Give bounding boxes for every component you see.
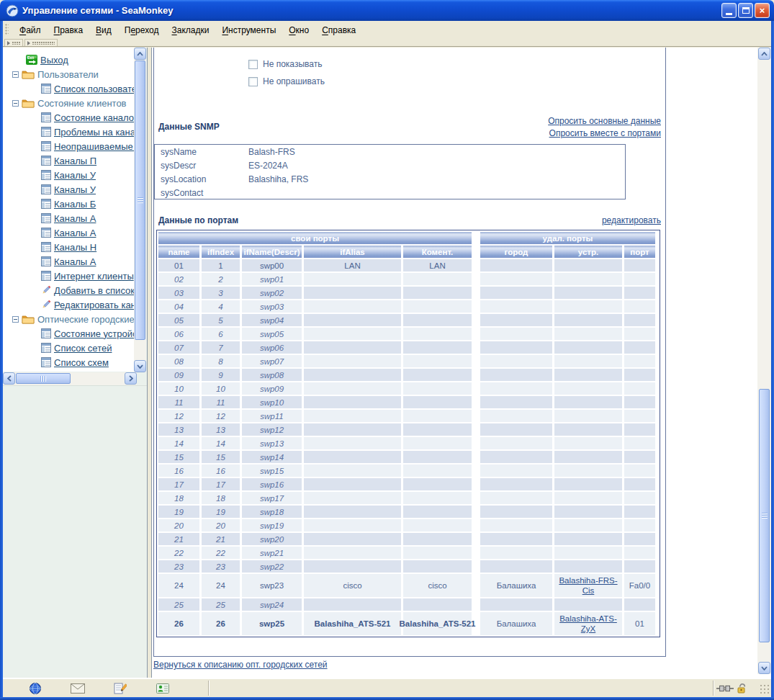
sidebar-horizontal-scrollbar[interactable] (3, 372, 137, 385)
tree-link-label[interactable]: Каналы А (54, 228, 96, 238)
security-lock-icon[interactable] (734, 681, 751, 696)
tree-folder-label[interactable]: Оптические городские с (37, 314, 134, 325)
tree-folder-label[interactable]: Пользователи (37, 69, 99, 80)
list-icon (41, 256, 51, 266)
tree-link-label[interactable]: Список сетей (54, 343, 112, 354)
tree-link-label[interactable]: Выход (40, 55, 68, 66)
tree-link-label[interactable]: Состояние устройст (54, 328, 134, 339)
cell-name: 24 (158, 574, 199, 597)
edit-ports-link[interactable]: редактировать (517, 215, 661, 225)
port-row-19: 1919swp18 (158, 506, 658, 518)
sidebar-item-состояние-клиентов: Состояние клиентов (3, 96, 127, 110)
scroll-down-button[interactable] (134, 360, 146, 372)
sidebar-item-состояние-каналов: Состояние каналов (3, 110, 134, 125)
tree-link-label[interactable]: Интернет клиенты (54, 271, 134, 282)
window-title: Управление сетями - SeaMonkey (22, 5, 173, 16)
cell- (554, 287, 622, 299)
cell-name: 06 (158, 328, 199, 340)
menu-Закладки[interactable]: Закладки (165, 23, 215, 37)
tree-link-label[interactable]: Редактировать кана (54, 300, 134, 310)
tree-folder-label[interactable]: Информационная сист (37, 372, 134, 372)
cell-ifindex: 3 (202, 287, 240, 299)
remote-device-link[interactable]: Balashiha-ATS-ZyX (556, 614, 621, 634)
snmp-field-row: sysContact (155, 188, 625, 202)
poll-basic-data-link[interactable]: Опросить основные данные (373, 116, 661, 126)
cell-ifnamedescr: swp12 (242, 423, 302, 436)
cell-ifnamedescr: swp15 (242, 465, 302, 477)
tree-link-label[interactable]: Каналы Б (54, 199, 96, 210)
minimize-button[interactable] (721, 3, 737, 18)
hide-checkbox[interactable] (248, 60, 258, 69)
menu-Файл[interactable]: Файл (13, 23, 48, 37)
cell-ifalias (304, 300, 401, 313)
sidebar-vertical-scrollbar[interactable] (134, 48, 146, 372)
close-button[interactable]: × (755, 3, 770, 18)
tree-link-label[interactable]: Каналы У (54, 184, 96, 195)
no-poll-checkbox[interactable] (248, 77, 258, 86)
remote-device-link[interactable]: Balashiha-FRS-Cis (556, 575, 621, 596)
menu-Окно[interactable]: Окно (282, 23, 315, 37)
menu-Переход[interactable]: Переход (118, 23, 166, 37)
cell- (554, 341, 622, 354)
tree-link-label[interactable]: Каналы А (54, 213, 96, 224)
cell- (624, 328, 655, 340)
port-row-26: 2626swp25Balashiha_ATS-521Balashiha_ATS-… (158, 612, 658, 635)
tree-link-label[interactable]: Проблемы на канал (54, 127, 134, 138)
menubar-grippy[interactable] (5, 24, 9, 35)
cell-name: 02 (158, 273, 199, 285)
snmp-field-row: sysLocationBalashiha, FRS (155, 174, 625, 188)
cell-name: 01 (158, 259, 199, 272)
cell- (403, 451, 472, 463)
poll-with-ports-link[interactable]: Опросить вместе с портами (373, 128, 661, 138)
scroll-right-button[interactable] (125, 372, 137, 385)
menu-Инструменты[interactable]: Инструменты (215, 23, 282, 37)
scroll-down-button[interactable] (758, 662, 770, 674)
tree-link-label[interactable]: Каналы А (54, 256, 96, 267)
checkbox-row: Не показывать (248, 59, 322, 69)
online-status-icon[interactable] (716, 681, 734, 696)
cell-name: 09 (158, 369, 199, 381)
menu-Справка[interactable]: Справка (315, 23, 362, 37)
tree-expander-icon[interactable] (12, 71, 19, 78)
window-resize-grip[interactable] (760, 684, 770, 694)
list-icon (41, 213, 51, 223)
scrollbar-thumb[interactable] (135, 60, 145, 340)
menu-Вид[interactable]: Вид (89, 23, 118, 37)
tree-link-label[interactable]: Каналы П (54, 156, 96, 166)
tree-link-label[interactable]: Добавить в список к (54, 285, 134, 296)
collapsed-toolbar-tab[interactable] (24, 39, 58, 46)
scrollbar-thumb[interactable] (759, 389, 770, 642)
collapsed-toolbar-tab[interactable] (4, 39, 23, 46)
tree-expander-icon[interactable] (12, 316, 19, 323)
sidebar-item-список-пользовател: Список пользовател (3, 81, 134, 96)
tree-link-label[interactable]: Список пользовател (54, 84, 134, 94)
tree-link-label[interactable]: Список схем (54, 357, 109, 368)
content-vertical-scrollbar[interactable] (757, 48, 771, 674)
maximize-button[interactable] (738, 3, 753, 18)
back-link[interactable]: Вернуться к описанию опт. городских сете… (153, 660, 328, 670)
tree-link-label[interactable]: Неопрашиваемые к (54, 141, 134, 152)
composer-icon[interactable] (112, 681, 129, 696)
cell- (624, 451, 655, 463)
tree-folder-label[interactable]: Состояние клиентов (37, 98, 127, 109)
sidebar-splitter[interactable] (147, 48, 152, 678)
tree-expander-icon[interactable] (12, 100, 19, 107)
svg-text:Exit: Exit (27, 55, 35, 60)
mail-icon[interactable] (69, 681, 86, 696)
scroll-left-button[interactable] (3, 372, 15, 385)
tree-link-label[interactable]: Каналы Н (54, 242, 96, 253)
port-row-16: 1616swp15 (158, 465, 658, 477)
scroll-up-button[interactable] (758, 48, 770, 60)
addressbook-icon[interactable] (154, 681, 171, 696)
cell- (554, 598, 622, 611)
port-row-12: 1212swp11 (158, 410, 658, 422)
cell-name: 10 (158, 382, 199, 395)
scrollbar-thumb[interactable] (16, 373, 71, 384)
cell-ifalias (304, 355, 401, 367)
cell-ifalias (304, 341, 401, 354)
scroll-up-button[interactable] (134, 48, 146, 60)
navigator-icon[interactable] (27, 681, 44, 696)
tree-link-label[interactable]: Состояние каналов (54, 112, 134, 123)
tree-link-label[interactable]: Каналы У (54, 170, 96, 181)
menu-Правка[interactable]: Правка (48, 23, 90, 37)
